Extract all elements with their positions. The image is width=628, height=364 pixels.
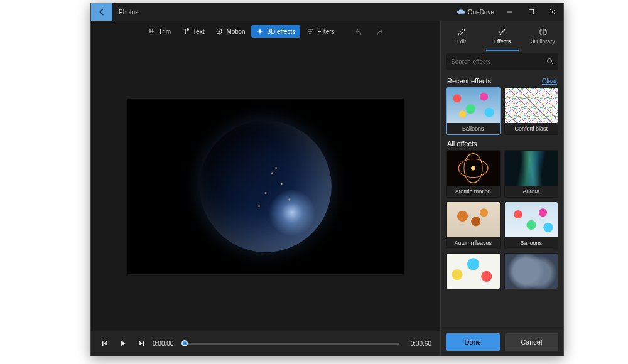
effect-caption: Atomic motion (447, 186, 500, 197)
effect-caption: Balloons (505, 237, 558, 249)
effect-thumbnail (447, 151, 500, 186)
cube-icon (539, 28, 548, 36)
svg-point-5 (219, 31, 220, 33)
tab-effects[interactable]: Effects (482, 21, 522, 51)
effect-caption: Confetti blast (505, 123, 558, 134)
editor-toolbar: Trim T Text Motion 3D effects Filters (91, 21, 440, 42)
effect-thumbnail (505, 254, 558, 289)
effect-thumbnail (505, 88, 558, 123)
tab-edit[interactable]: Edit (441, 21, 482, 51)
cloud-icon (457, 9, 465, 15)
effect-caption: Aurora (505, 186, 558, 197)
play-button[interactable] (117, 338, 129, 349)
tab-3d-library[interactable]: 3D library (522, 21, 563, 51)
tool-text[interactable]: T Text (177, 25, 209, 38)
effect-thumbnail (447, 88, 500, 123)
app-window: Photos OneDrive Trim T Text (90, 3, 564, 356)
effect-caption: Autumn leaves (447, 237, 500, 249)
titlebar: Photos OneDrive (91, 3, 563, 21)
undo-button (350, 25, 369, 38)
tab-effects-label: Effects (494, 38, 511, 45)
window-controls (499, 3, 563, 21)
recent-effects-header: Recent effects (447, 77, 491, 85)
tool-trim-label: Trim (158, 28, 171, 35)
wand-icon (498, 28, 507, 36)
svg-rect-7 (143, 341, 144, 346)
svg-line-9 (551, 63, 553, 65)
effect-card-all[interactable] (446, 253, 501, 289)
tab-edit-label: Edit (457, 38, 467, 45)
pencil-icon (457, 28, 466, 36)
effect-thumbnail (505, 151, 558, 186)
current-time: 0:00.00 (153, 340, 173, 347)
search-icon[interactable] (542, 58, 558, 65)
text-icon: T (182, 28, 190, 35)
tool-filters[interactable]: Filters (301, 25, 339, 38)
sparkle-icon (256, 28, 264, 35)
effect-card-all[interactable]: Atomic motion (446, 150, 501, 198)
tool-motion[interactable]: Motion (210, 25, 250, 38)
search-effects[interactable] (446, 53, 558, 70)
playback-bar: 0:00.00 0:30.60 (91, 331, 440, 356)
effects-panel: Edit Effects 3D library Recent effects (440, 21, 563, 356)
effect-card-all[interactable]: Balloons (504, 201, 559, 249)
back-button[interactable] (91, 3, 112, 21)
effect-thumbnail (447, 202, 500, 237)
tool-filters-label: Filters (317, 28, 334, 35)
prev-frame-button[interactable] (100, 338, 111, 349)
motion-icon (215, 28, 223, 35)
close-button[interactable] (542, 3, 563, 21)
tool-3d-effects[interactable]: 3D effects (251, 25, 300, 38)
effect-card-all[interactable]: Aurora (504, 150, 559, 198)
next-frame-button[interactable] (135, 338, 146, 349)
maximize-button[interactable] (521, 3, 542, 21)
effect-card-recent[interactable]: Balloons (446, 87, 501, 135)
app-title: Photos (112, 3, 144, 21)
video-canvas (127, 99, 404, 274)
clear-recent-link[interactable]: Clear (542, 78, 557, 85)
editor-main: Trim T Text Motion 3D effects Filters (91, 21, 440, 356)
effect-caption: Balloons (447, 123, 500, 134)
panel-footer: Done Cancel (441, 328, 563, 356)
onedrive-button[interactable]: OneDrive (452, 3, 499, 21)
timeline-thumb[interactable] (181, 340, 188, 346)
effect-card-all[interactable] (504, 253, 559, 289)
cancel-button[interactable]: Cancel (505, 333, 559, 351)
tool-motion-label: Motion (226, 28, 245, 35)
minimize-button[interactable] (499, 3, 521, 21)
total-time: 0:30.60 (411, 340, 431, 347)
all-effects-grid: Atomic motionAuroraAutumn leavesBalloons (441, 150, 563, 289)
undo-icon (355, 28, 364, 35)
effect-card-recent[interactable]: Confetti blast (504, 87, 559, 135)
canvas-area[interactable] (91, 42, 440, 331)
side-tabs: Edit Effects 3D library (441, 21, 563, 51)
filters-icon (306, 28, 314, 35)
timeline-track[interactable] (185, 343, 399, 345)
trim-icon (148, 28, 155, 35)
effects-scroll[interactable]: Recent effects Clear BalloonsConfetti bl… (441, 72, 563, 328)
tool-text-label: Text (193, 28, 204, 35)
tab-3d-library-label: 3D library (531, 38, 555, 45)
redo-button (370, 25, 389, 38)
video-content-earth (200, 120, 332, 252)
effect-thumbnail (447, 254, 500, 289)
onedrive-label: OneDrive (468, 9, 494, 16)
effect-thumbnail (505, 202, 558, 237)
tool-trim[interactable]: Trim (143, 25, 176, 38)
effect-card-all[interactable]: Autumn leaves (446, 201, 501, 249)
search-input[interactable] (446, 58, 542, 65)
all-effects-header: All effects (447, 140, 477, 147)
redo-icon (375, 28, 384, 35)
tool-3d-effects-label: 3D effects (267, 28, 295, 35)
svg-point-8 (548, 59, 552, 63)
svg-rect-1 (529, 10, 534, 14)
done-button[interactable]: Done (446, 333, 500, 351)
svg-point-3 (187, 28, 189, 31)
recent-effects-grid: BalloonsConfetti blast (441, 87, 563, 135)
svg-rect-6 (102, 341, 104, 346)
